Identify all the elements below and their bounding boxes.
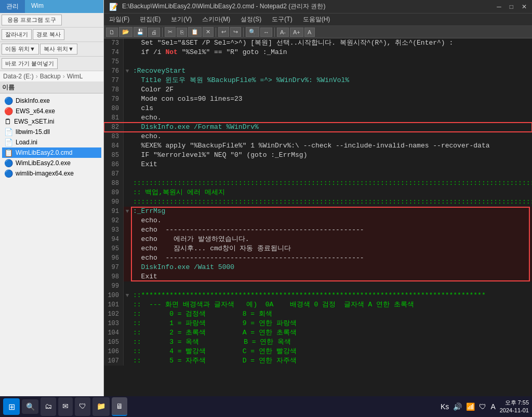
breadcrumb-folder[interactable]: Backup	[40, 73, 61, 80]
file-entry-libwim[interactable]: 📄 libwim-15.dll	[2, 127, 101, 137]
tray-lang[interactable]: A	[490, 402, 495, 411]
tb-paste[interactable]: 📋	[188, 27, 202, 37]
code-line-98: 98 Exit	[104, 272, 532, 281]
line-number: 79	[104, 95, 124, 104]
copy-path-button[interactable]: 경로 복사	[33, 29, 64, 40]
line-content: Title 윈도우 복원 %BackupFile% =^> %WinDrv%: …	[131, 76, 532, 85]
tray-shield[interactable]: 🛡	[479, 402, 486, 411]
app-tools-button[interactable]: 응용 프로그램 도구	[2, 15, 62, 25]
close-button[interactable]: ✕	[522, 3, 527, 10]
tb-copy[interactable]: ⎘	[177, 28, 187, 37]
tb-zoom-reset[interactable]: A	[304, 28, 315, 37]
menu-help[interactable]: 도움말(H)	[298, 14, 336, 25]
tb-undo[interactable]: ↩	[218, 27, 229, 37]
line-number: 100	[104, 291, 124, 300]
file-entry-load[interactable]: 📄 Load.ini	[2, 137, 101, 147]
line-number: 77	[104, 76, 124, 85]
file-entry-wimlib-exe[interactable]: 🔵 WimLibEasy2.0.exe	[2, 158, 101, 168]
line-content: :_ErrMsg	[131, 207, 532, 216]
menu-schema[interactable]: 스키마(M)	[197, 14, 235, 25]
tab-manage[interactable]: 관리	[0, 0, 25, 13]
menu-tools[interactable]: 도구(T)	[267, 14, 297, 25]
minimize-button[interactable]: ─	[497, 3, 501, 10]
menu-edit[interactable]: 편집(E)	[135, 14, 166, 25]
menu-view[interactable]: 보기(V)	[166, 14, 197, 25]
line-number: 82	[104, 123, 124, 132]
tray-keyboard: Ks	[441, 402, 449, 411]
code-line-87: 87	[104, 169, 532, 179]
taskbar-explorer[interactable]: 🗂	[41, 397, 56, 416]
code-line-83: 83 echo.	[104, 132, 532, 141]
file-entry-ews64[interactable]: 🔴 EWS_x64.exe	[2, 106, 101, 116]
cmd-name: WimLibEasy2.0.cmd	[16, 149, 99, 156]
tb-find[interactable]: 🔍	[246, 27, 259, 37]
line-number: 93	[104, 225, 124, 235]
line-content: ::::::::::::::::::::::::::::::::::::::::…	[131, 197, 532, 207]
load-name: Load.ini	[16, 139, 99, 146]
taskbar-folder[interactable]: 📁	[92, 397, 110, 416]
code-line-85: 85 IF "%errorlevel%" NEQ "0" (goto :_Err…	[104, 151, 532, 160]
tb-replace[interactable]: ↔	[260, 28, 272, 37]
start-button[interactable]: ⊞	[3, 398, 20, 415]
search-button[interactable]: 🔍	[22, 399, 38, 414]
line-indicator: ▼	[124, 291, 131, 300]
tray-volume[interactable]: 🔊	[453, 402, 462, 411]
line-number: 105	[104, 338, 124, 347]
menu-file[interactable]: 파일(F)	[104, 14, 135, 25]
cut-path-button[interactable]: 잘라내기	[2, 29, 32, 40]
tb-zoom-out[interactable]: A-	[277, 28, 289, 37]
tb-delete[interactable]: ✕	[203, 27, 214, 37]
tb-print[interactable]: 🖨	[148, 28, 160, 37]
code-area[interactable]: 73 Set "Sel="&SET /P Sel=^>^) [복원] 선택..시…	[104, 38, 532, 407]
tb-save[interactable]: 💾	[134, 27, 147, 37]
file-entry-imagex[interactable]: 🔵 wimlib-imagex64.exe	[2, 168, 101, 179]
move-button[interactable]: 이동 위치▼	[2, 44, 39, 55]
paste-shortcut-button[interactable]: 바로 가기 붙여넣기	[2, 58, 58, 69]
editor-content[interactable]: 73 Set "Sel="&SET /P Sel=^>^) [복원] 선택..시…	[104, 38, 532, 407]
line-number: 92	[104, 216, 124, 225]
code-line-93: 93 echo --------------------------------…	[104, 225, 532, 235]
tb-new[interactable]: 🗋	[106, 28, 118, 37]
tb-open[interactable]: 📂	[119, 27, 132, 37]
code-line-105: 105:: 3 = 옥색 B = 연한 옥색	[104, 338, 532, 347]
code-line-92: 92 echo.	[104, 216, 532, 225]
breadcrumb-subfolder[interactable]: WimL	[67, 73, 83, 80]
line-number: 73	[104, 38, 124, 48]
tb-zoom-in[interactable]: A+	[290, 28, 303, 37]
tab-wim[interactable]: Wim	[25, 0, 50, 13]
tb-cut[interactable]: ✂	[165, 27, 176, 37]
tb-redo[interactable]: ↪	[230, 27, 241, 37]
libwim-icon: 📄	[4, 128, 13, 136]
code-line-89: 89:: 백업,복원시 에러 메세지	[104, 188, 532, 197]
code-line-104: 104:: 2 = 초록색 A = 연한 초록색	[104, 328, 532, 338]
taskbar-terminal[interactable]: 🖥	[112, 397, 127, 416]
tray-network[interactable]: 📶	[466, 402, 475, 411]
code-line-90: 90::::::::::::::::::::::::::::::::::::::…	[104, 197, 532, 207]
tb-sep2	[216, 28, 216, 37]
line-content: echo.	[131, 132, 532, 141]
maximize-button[interactable]: □	[510, 3, 513, 10]
taskbar-mail[interactable]: ✉	[58, 397, 73, 416]
left-panel: 관리 Wim 응용 프로그램 도구 잘라내기 경로 복사 이동 위치▼ 복사 위…	[0, 0, 104, 417]
line-content: cls	[131, 104, 532, 113]
time-display[interactable]: 오후 7:55 2024-11-01	[500, 399, 529, 415]
line-content: DiskInfo.exe /Format %WinDrv%	[131, 123, 532, 132]
code-line-73: 73 Set "Sel="&SET /P Sel=^>^) [복원] 선택..시…	[104, 38, 532, 48]
breadcrumb-drive[interactable]: Data-2 (E:)	[3, 73, 34, 80]
line-number: 91	[104, 207, 124, 216]
line-number: 98	[104, 272, 124, 281]
file-entry-diskinfo[interactable]: 🔵 DiskInfo.exe	[2, 96, 101, 106]
file-entry-ewsset[interactable]: 🗒 EWS_xSET.ini	[2, 116, 101, 127]
code-line-106: 106:: 4 = 빨강색 C = 연한 빨강색	[104, 347, 532, 356]
code-line-84: 84 %EXE% apply "%BackupFile%" 1 %WinDrv%…	[104, 141, 532, 151]
copy-button[interactable]: 복사 위치▼	[40, 44, 77, 55]
line-content: :: 3 = 옥색 B = 연한 옥색	[131, 338, 532, 347]
code-line-107: 107:: 5 = 자주색 D = 연한 자주색	[104, 356, 532, 366]
menu-settings[interactable]: 설정(S)	[235, 14, 267, 25]
line-content: echo.	[131, 113, 532, 123]
tb-sep4	[274, 28, 275, 37]
file-entry-cmd[interactable]: 📋 WimLibEasy2.0.cmd	[2, 147, 101, 158]
code-line-91: 91▼:_ErrMsg	[104, 207, 532, 216]
taskbar-antivirus[interactable]: 🛡	[75, 397, 90, 416]
line-content: %EXE% apply "%BackupFile%" 1 %WinDrv%:\ …	[131, 141, 532, 151]
